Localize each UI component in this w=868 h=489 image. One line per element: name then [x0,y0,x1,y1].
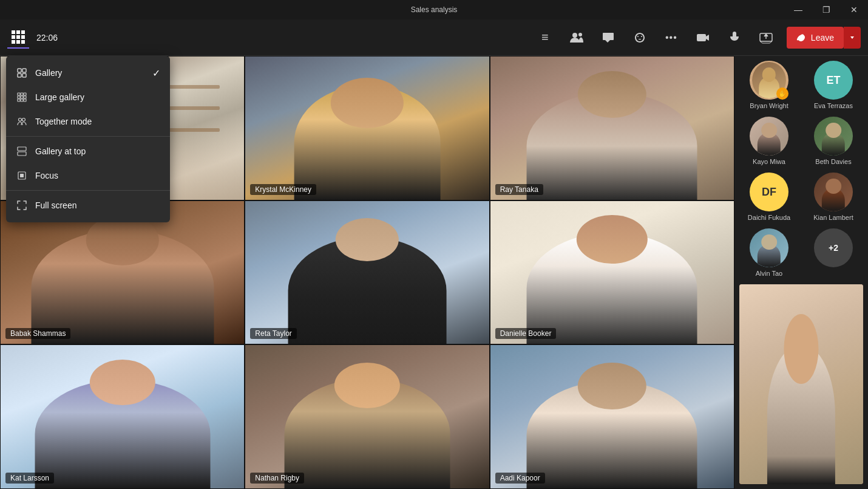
avatar-eva: ET [814,61,853,100]
microphone-icon [730,31,739,44]
dropdown-item-full-screen[interactable]: Full screen [6,193,170,217]
microphone-button[interactable] [724,27,745,49]
leave-call-wrapper: Leave [787,27,861,49]
share-icon [759,32,773,44]
sidebar-label-beth: Beth Davies [815,158,851,165]
participant-name-danielle: Danielle Booker [495,328,557,339]
dropdown-divider-1 [6,136,170,137]
svg-rect-9 [18,93,20,95]
svg-rect-7 [18,74,21,77]
svg-rect-23 [20,174,24,177]
svg-rect-6 [22,69,26,72]
svg-rect-11 [24,93,26,95]
svg-rect-14 [24,96,26,98]
dropdown-item-large-gallery[interactable]: Large gallery [6,85,170,109]
video-cell-aadi: Aadi Kapoor [490,344,734,489]
hamburger-menu-button[interactable]: ≡ [534,27,556,49]
full-screen-icon [16,199,28,211]
view-options-dropdown: Gallery ✓ Large gallery [6,56,170,222]
svg-rect-2 [697,34,706,41]
sidebar-participant-alvin[interactable]: Alvin Tao [739,228,799,277]
svg-rect-10 [21,93,23,95]
sidebar-participant-bryan[interactable]: ✋ Bryan Wright [739,61,799,109]
window-title: Sales analysis [411,5,458,14]
avatar-beth [814,117,853,156]
gallery-icon [16,67,28,79]
reactions-button[interactable] [629,27,651,49]
svg-rect-20 [18,147,26,151]
video-cell-kat: Kat Larsson [0,344,245,489]
svg-point-18 [19,118,22,121]
toolbar: 22:06 ≡ ••• [0,19,868,56]
dropdown-item-gallery[interactable]: Gallery ✓ [6,61,170,85]
close-button[interactable]: ✕ [840,0,868,19]
svg-point-0 [572,33,577,38]
video-cell-ray: Ray Tanaka [490,56,734,200]
dropdown-divider-2 [6,190,170,191]
participant-name-krystal: Krystal McKinney [250,184,316,195]
large-gallery-icon [16,91,28,103]
sidebar-participant-more[interactable]: +2 [804,228,863,277]
chat-button[interactable] [597,27,619,49]
people-icon [570,32,583,44]
sidebar-row-1: ✋ Bryan Wright ET Eva Terrazas [739,61,863,109]
sidebar-label-eva: Eva Terrazas [814,102,853,109]
right-sidebar: ✋ Bryan Wright ET Eva Terrazas Kayo [734,56,868,489]
sidebar-bottom-video [739,284,863,484]
gallery-check: ✓ [152,67,160,79]
toolbar-center: ≡ ••• [534,27,861,49]
avatar-kayo [750,117,788,156]
leave-button[interactable]: Leave [787,27,844,49]
maximize-button[interactable]: ❐ [812,0,840,19]
video-cell-krystal: Krystal McKinney [245,56,489,200]
leave-dropdown-button[interactable] [844,27,861,49]
dropdown-item-together-mode[interactable]: Together mode [6,109,170,134]
minimize-button[interactable]: — [784,0,812,19]
dropdown-item-gallery-at-top[interactable]: Gallery at top [6,139,170,163]
svg-rect-21 [18,152,26,156]
svg-rect-8 [22,74,26,77]
focus-icon [16,169,28,182]
camera-button[interactable] [692,27,714,49]
grid-icon [12,30,25,44]
sidebar-participant-kayo[interactable]: Kayo Miwa [739,117,799,165]
sidebar-label-kayo: Kayo Miwa [753,158,785,165]
svg-point-1 [578,33,582,36]
title-bar: Sales analysis — ❐ ✕ [0,0,868,19]
people-button[interactable] [566,27,588,49]
grid-view-button[interactable] [7,27,29,49]
sidebar-label-alvin: Alvin Tao [756,270,782,277]
phone-icon [796,33,806,42]
sidebar-participant-kian[interactable]: Kian Lambert [804,173,863,221]
svg-point-19 [22,118,25,121]
sidebar-label-kian: Kian Lambert [813,214,853,221]
video-cell-nathan: Nathan Rigby [245,344,489,489]
avatar-kian [814,173,853,211]
participant-name-reta: Reta Taylor [250,328,296,339]
participant-name-ray: Ray Tanaka [495,184,543,195]
window-controls: — ❐ ✕ [784,0,868,19]
call-timer: 22:06 [36,33,58,43]
svg-rect-17 [24,99,26,101]
sidebar-row-2: Kayo Miwa Beth Davies [739,117,863,165]
svg-rect-16 [21,99,23,101]
sidebar-participant-eva[interactable]: ET Eva Terrazas [804,61,863,109]
svg-rect-13 [21,96,23,98]
participant-name-aadi: Aadi Kapoor [495,473,545,484]
sidebar-participant-daichi[interactable]: DF Daichi Fukuda [739,173,799,221]
sidebar-row-4: Alvin Tao +2 [739,228,863,277]
chat-icon [602,32,614,44]
gallery-at-top-icon [16,145,28,157]
participant-name-nathan: Nathan Rigby [250,473,304,484]
toolbar-left: 22:06 [7,27,529,49]
svg-rect-15 [18,99,20,101]
avatar-alvin [750,228,788,267]
dropdown-item-focus[interactable]: Focus [6,163,170,188]
sidebar-participant-beth[interactable]: Beth Davies [804,117,863,165]
avatar-daichi: DF [750,173,788,211]
share-screen-button[interactable] [755,27,777,49]
more-options-button[interactable]: ••• [660,27,682,49]
svg-rect-12 [18,96,20,98]
participant-name-kat: Kat Larsson [5,473,54,484]
svg-rect-5 [18,69,21,72]
